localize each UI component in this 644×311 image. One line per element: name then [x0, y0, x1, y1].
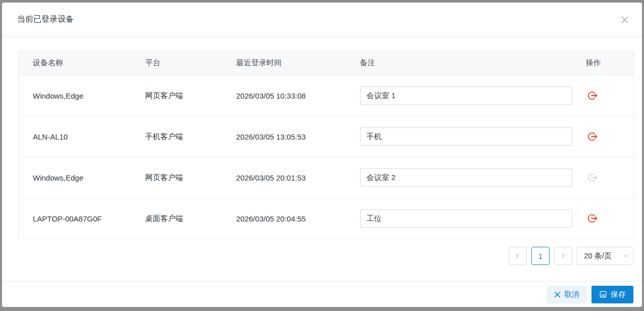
- next-page-button[interactable]: [554, 247, 572, 265]
- remark-cell: [346, 157, 572, 198]
- close-button[interactable]: [619, 14, 631, 26]
- remark-cell: [346, 198, 572, 239]
- device-name-cell: ALN-AL10: [19, 116, 131, 157]
- logout-button: [586, 171, 599, 184]
- platform-cell: 桌面客户端: [131, 198, 222, 239]
- logout-button[interactable]: [586, 89, 599, 102]
- operation-cell: [572, 116, 634, 157]
- table-header-row: 设备名称 平台 最近登录时间 备注 操作: [19, 51, 634, 75]
- page-size-select[interactable]: 20 条/页: [577, 247, 633, 265]
- logout-icon: [587, 172, 598, 183]
- remark-input[interactable]: [360, 209, 572, 228]
- chevron-down-icon: [623, 253, 629, 259]
- remark-cell: [346, 116, 572, 157]
- cancel-button-label: 取消: [564, 290, 579, 299]
- pagination: 1 20 条/页: [18, 247, 633, 265]
- remark-input[interactable]: [360, 127, 572, 146]
- save-button[interactable]: 保存: [591, 286, 633, 303]
- table-row: ALN-AL10 手机客户端 2026/03/05 13:05:53: [19, 116, 634, 157]
- device-name-cell: LAPTOP-00A87G0F: [19, 198, 131, 239]
- operation-cell: [572, 157, 634, 198]
- modal-footer: 取消 保存: [2, 281, 642, 307]
- cancel-x-icon: [554, 291, 561, 298]
- device-name-cell: Windows,Edge: [19, 157, 131, 198]
- column-header-platform: 平台: [131, 51, 222, 75]
- logout-button[interactable]: [586, 212, 599, 225]
- save-disk-icon: [599, 290, 607, 298]
- chevron-left-icon: [515, 253, 521, 259]
- logged-in-devices-modal: 当前已登录设备 设备名称 平台 最近登录时间 备注 操作 Windows,Edg…: [2, 3, 642, 307]
- table-row: Windows,Edge 网页客户端 2026/03/05 10:33:08: [19, 75, 634, 116]
- platform-cell: 手机客户端: [131, 116, 222, 157]
- save-button-label: 保存: [611, 290, 626, 299]
- table-row: Windows,Edge 网页客户端 2026/03/05 20:01:53: [19, 157, 634, 198]
- column-header-operation: 操作: [572, 51, 634, 75]
- logout-icon: [587, 131, 598, 142]
- column-header-remark: 备注: [346, 51, 572, 75]
- close-icon: [621, 16, 629, 24]
- logout-button[interactable]: [586, 130, 599, 143]
- platform-cell: 网页客户端: [131, 75, 222, 116]
- remark-input[interactable]: [360, 86, 572, 105]
- table-body: Windows,Edge 网页客户端 2026/03/05 10:33:08 A…: [19, 75, 634, 239]
- table-row: LAPTOP-00A87G0F 桌面客户端 2026/03/05 20:04:5…: [19, 198, 634, 239]
- page-1-button[interactable]: 1: [531, 247, 550, 265]
- logout-icon: [587, 213, 598, 224]
- operation-cell: [572, 198, 634, 239]
- chevron-right-icon: [560, 253, 566, 259]
- device-name-cell: Windows,Edge: [19, 75, 131, 116]
- remark-input[interactable]: [360, 168, 572, 187]
- modal-title: 当前已登录设备: [17, 14, 74, 25]
- devices-table: 设备名称 平台 最近登录时间 备注 操作 Windows,Edge 网页客户端 …: [18, 51, 634, 239]
- modal-body: 设备名称 平台 最近登录时间 备注 操作 Windows,Edge 网页客户端 …: [2, 37, 642, 281]
- prev-page-button[interactable]: [509, 247, 527, 265]
- last-login-cell: 2026/03/05 20:04:55: [222, 198, 346, 239]
- platform-cell: 网页客户端: [131, 157, 222, 198]
- page-size-value: 20 条/页: [584, 251, 612, 261]
- last-login-cell: 2026/03/05 13:05:53: [222, 116, 346, 157]
- last-login-cell: 2026/03/05 20:01:53: [222, 157, 346, 198]
- logout-icon: [587, 90, 598, 101]
- column-header-last-login: 最近登录时间: [222, 51, 346, 75]
- modal-header: 当前已登录设备: [2, 3, 642, 37]
- last-login-cell: 2026/03/05 10:33:08: [222, 75, 346, 116]
- remark-cell: [346, 75, 572, 116]
- cancel-button[interactable]: 取消: [547, 286, 587, 303]
- operation-cell: [572, 75, 634, 116]
- column-header-device-name: 设备名称: [19, 51, 131, 75]
